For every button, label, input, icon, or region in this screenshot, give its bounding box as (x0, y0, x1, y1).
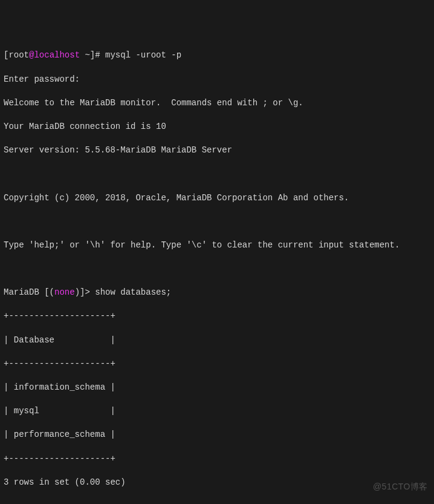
table-row-info: | information_schema | (4, 382, 430, 394)
welcome-line-2: Your MariaDB connection id is 10 (4, 121, 430, 133)
welcome-line-1: Welcome to the MariaDB monitor. Commands… (4, 97, 430, 110)
rows-count-3: 3 rows in set (0.00 sec) (4, 477, 430, 489)
shell-prompt-line[interactable]: [root@localhost ~]# mysql -uroot -p (4, 50, 430, 62)
table-header: | Database | (4, 335, 430, 347)
prompt-prefix: MariaDB [( (4, 287, 54, 297)
copyright-line: Copyright (c) 2000, 2018, Oracle, MariaD… (4, 192, 430, 205)
host: localhost (34, 50, 80, 60)
mariadb-prompt-line[interactable]: MariaDB [(none)]> show databases; (4, 287, 430, 299)
welcome-line-3: Server version: 5.5.68-MariaDB MariaDB S… (4, 145, 430, 157)
prompt-none: none (54, 287, 75, 297)
path-prompt: ~]# (80, 50, 105, 60)
blank-line (4, 263, 430, 275)
table-border: +--------------------+ (4, 310, 430, 322)
watermark: @51CTO博客 (373, 481, 428, 493)
help-line: Type 'help;' or '\h' for help. Type '\c'… (4, 240, 430, 252)
blank-line (4, 216, 430, 228)
command-mysql: mysql -uroot -p (105, 50, 181, 60)
table-row-perf: | performance_schema | (4, 429, 430, 441)
table-border: +--------------------+ (4, 453, 430, 465)
password-prompt[interactable]: Enter password: (4, 74, 430, 86)
table-row-mysql: | mysql | (4, 405, 430, 417)
prompt-suffix: )]> (75, 287, 96, 297)
command-showdb: show databases; (95, 287, 171, 297)
blank-line (4, 500, 430, 504)
blank-line (4, 168, 430, 180)
table-border: +--------------------+ (4, 358, 430, 370)
user: root (8, 50, 29, 60)
